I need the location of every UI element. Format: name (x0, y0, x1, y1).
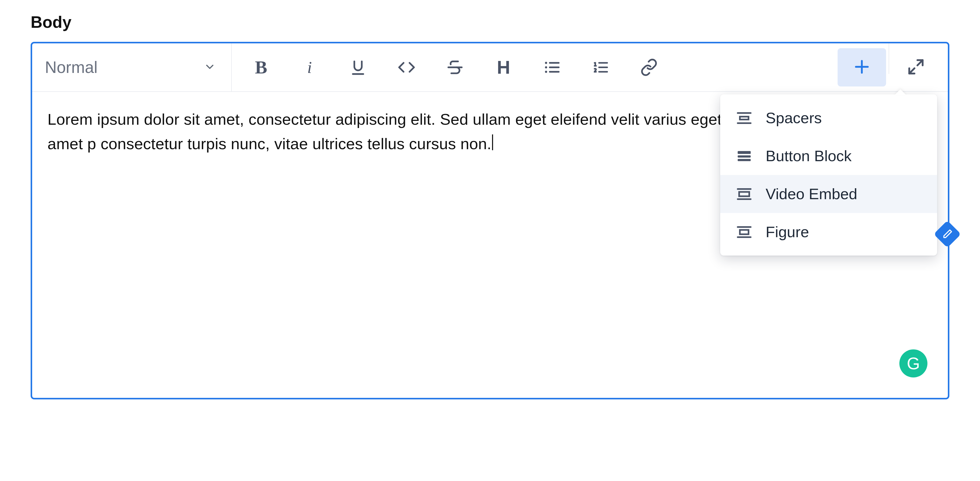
underline-button[interactable] (334, 48, 382, 86)
toolbar-format-buttons: B i H (232, 43, 830, 91)
svg-rect-16 (740, 117, 749, 119)
code-button[interactable] (382, 48, 431, 86)
heading-button[interactable]: H (479, 48, 528, 86)
add-block-button[interactable] (838, 48, 886, 86)
text-cursor (492, 134, 493, 150)
grammarly-badge[interactable]: G (899, 349, 928, 378)
video-embed-icon (735, 186, 753, 203)
svg-rect-25 (740, 230, 749, 234)
paragraph-style-select[interactable]: Normal (32, 43, 231, 91)
svg-point-5 (545, 62, 547, 64)
svg-rect-22 (739, 192, 749, 196)
toolbar-separator (889, 43, 889, 74)
paragraph-style-label: Normal (45, 58, 97, 77)
link-button[interactable] (625, 48, 673, 86)
menu-item-label: Spacers (765, 109, 822, 127)
menu-item-label: Figure (765, 223, 809, 241)
figure-icon (735, 224, 753, 241)
editor-toolbar: Normal B i H (32, 43, 948, 92)
menu-item-figure[interactable]: Figure (720, 213, 937, 251)
ordered-list-button[interactable] (576, 48, 625, 86)
expand-icon (907, 58, 925, 77)
spacers-icon (735, 110, 753, 127)
svg-rect-18 (738, 151, 751, 154)
menu-item-button-block[interactable]: Button Block (720, 137, 937, 175)
menu-item-video-embed[interactable]: Video Embed (720, 175, 937, 213)
pencil-icon (940, 227, 955, 241)
menu-item-label: Video Embed (765, 185, 857, 203)
svg-point-7 (545, 71, 547, 73)
add-block-menu: Spacers Button Block Video Embed Figure (720, 94, 937, 256)
bullet-list-button[interactable] (528, 48, 576, 86)
bold-button[interactable]: B (237, 48, 285, 86)
menu-item-spacers[interactable]: Spacers (720, 99, 937, 137)
svg-point-6 (545, 66, 547, 68)
italic-button[interactable]: i (285, 48, 334, 86)
field-label: Body (30, 13, 950, 32)
strikethrough-button[interactable] (431, 48, 479, 86)
fullscreen-button[interactable] (892, 48, 940, 86)
menu-item-label: Button Block (765, 147, 852, 165)
plus-icon (853, 58, 871, 77)
button-block-icon (735, 148, 753, 165)
chevron-down-icon (204, 61, 216, 74)
toolbar-right-buttons (830, 43, 948, 91)
svg-rect-19 (738, 155, 751, 158)
grammarly-badge-letter: G (907, 354, 920, 373)
svg-rect-20 (738, 159, 751, 161)
rich-text-editor: Normal B i H (30, 42, 950, 399)
